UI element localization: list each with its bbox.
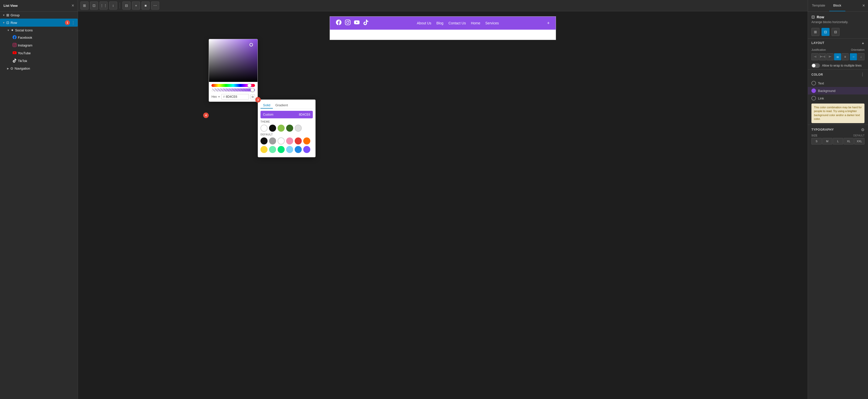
template-tab[interactable]: Template: [808, 0, 829, 11]
color-section-header[interactable]: Color ⋮: [808, 70, 868, 79]
add-block-canvas-button[interactable]: +: [547, 21, 550, 26]
wrap-toggle[interactable]: [811, 63, 820, 68]
nav-blog[interactable]: Blog: [436, 21, 443, 25]
swatch-d-light-green[interactable]: [269, 146, 276, 153]
orient-vertical-button[interactable]: ↓: [858, 53, 865, 60]
just-space-button[interactable]: ⚌: [834, 53, 841, 60]
typography-more-button[interactable]: ⚙: [861, 127, 865, 132]
badge-4: 4: [203, 112, 209, 118]
color-more-button[interactable]: ⋮: [861, 72, 865, 77]
swatch-d-orange[interactable]: [303, 137, 310, 144]
add-block-button[interactable]: +: [132, 1, 140, 9]
just-center-button[interactable]: ⊢⊣: [819, 53, 826, 60]
opacity-slider[interactable]: [212, 89, 255, 92]
default-swatches-row2: [260, 146, 313, 153]
toggle-thumb: [812, 64, 815, 67]
just-right-button[interactable]: ⊢: [827, 53, 834, 60]
duplicate-block-button[interactable]: ⊞: [811, 28, 819, 36]
swatch-d-pink[interactable]: [286, 137, 293, 144]
nav-about[interactable]: About Us: [417, 21, 432, 25]
block-name: Row: [817, 15, 824, 19]
row-more-button[interactable]: ⋮: [71, 20, 75, 25]
move-button[interactable]: ↕: [109, 1, 117, 9]
size-l-button[interactable]: L: [833, 138, 843, 144]
color-item-text[interactable]: Text: [808, 79, 868, 87]
hex-format-selector[interactable]: ▾: [218, 95, 220, 99]
swatch-d-yellow[interactable]: [260, 146, 268, 153]
hue-slider-container: [209, 82, 257, 88]
align-left-button[interactable]: ⊟: [122, 1, 130, 9]
drag-handle[interactable]: ⋮⋮: [100, 1, 107, 9]
color-item-background[interactable]: Background: [808, 87, 868, 95]
link-color-label: Link: [818, 97, 824, 100]
hex-input[interactable]: [226, 95, 247, 99]
more-button[interactable]: ⋯: [151, 1, 159, 9]
size-xxl-button[interactable]: XXL: [854, 138, 865, 144]
tree-item-instagram[interactable]: Instagram: [0, 41, 78, 49]
block-tab[interactable]: Block: [829, 0, 845, 11]
swatch-d-black[interactable]: [260, 137, 268, 144]
nav-home[interactable]: Home: [471, 21, 480, 25]
justification-buttons: ⊣ ⊢⊣ ⊢ ⚌ ≡: [811, 53, 849, 60]
just-stretch-button[interactable]: ≡: [842, 53, 849, 60]
color-item-link[interactable]: Link: [808, 95, 868, 102]
swatch-d-white[interactable]: [278, 137, 285, 144]
swatch-d-red[interactable]: [295, 137, 302, 144]
color-gradient-box[interactable]: [209, 39, 257, 82]
swatch-d-green2[interactable]: [278, 146, 285, 153]
youtube-social-icon[interactable]: [354, 20, 360, 27]
swatch-d-blue[interactable]: [295, 146, 302, 153]
wide-view-button[interactable]: ⊟: [832, 28, 840, 36]
content-area: [330, 30, 556, 40]
text-color-dot: [811, 81, 816, 86]
swatch-black[interactable]: [269, 125, 276, 132]
opacity-thumb[interactable]: [250, 88, 254, 92]
nav-services[interactable]: Services: [485, 21, 499, 25]
row-icon: ⊡: [6, 21, 9, 25]
tree-item-facebook[interactable]: Facebook: [0, 34, 78, 41]
size-m-button[interactable]: M: [822, 138, 833, 144]
copy-color-button[interactable]: ⧉: [250, 95, 255, 99]
text-color-label: Text: [818, 81, 824, 85]
tree-item-group[interactable]: ▼ ⊞ Group: [0, 11, 78, 19]
just-left-button[interactable]: ⊣: [811, 53, 818, 60]
color-label: Color: [811, 73, 823, 76]
nav-contact[interactable]: Contact Us: [448, 21, 466, 25]
size-s-button[interactable]: S: [811, 138, 822, 144]
layout-section-header[interactable]: Layout ▲: [808, 39, 868, 47]
swatch-d-purple[interactable]: [303, 146, 310, 153]
opacity-slider-container: [209, 88, 257, 93]
tree-item-navigation[interactable]: ▶ ⊙ Navigation: [0, 65, 78, 72]
close-right-panel-button[interactable]: ×: [859, 1, 868, 10]
swatch-d-gray[interactable]: [269, 137, 276, 144]
row-icon-button[interactable]: ⊡: [90, 1, 98, 9]
hue-slider[interactable]: [212, 84, 255, 87]
hue-thumb[interactable]: [247, 84, 251, 88]
tiktok-social-icon[interactable]: [363, 20, 369, 27]
tree-item-youtube[interactable]: YouTube: [0, 49, 78, 57]
swatch-light-gray[interactable]: [295, 125, 302, 132]
gradient-tab[interactable]: Gradient: [273, 102, 290, 108]
solid-tab[interactable]: Solid: [260, 102, 273, 108]
swatch-green[interactable]: [278, 125, 285, 132]
tree-item-row[interactable]: ▼ ⊡ Row 1 ⋮: [0, 19, 78, 27]
row-view-button[interactable]: ⊡: [822, 28, 830, 36]
tree-item-tiktok[interactable]: TikTok: [0, 57, 78, 65]
panel-header: List View ×: [0, 0, 78, 11]
facebook-social-icon[interactable]: [336, 20, 341, 27]
custom-color-row[interactable]: Custom 8D4CE6: [260, 111, 313, 118]
swatch-d-light-blue[interactable]: [286, 146, 293, 153]
options-button[interactable]: ■: [142, 1, 150, 9]
close-panel-button[interactable]: ×: [71, 3, 74, 8]
theme-section: THEME: [260, 120, 313, 132]
color-picker-circle[interactable]: [249, 43, 253, 46]
duplicate-button[interactable]: ⊞: [81, 1, 89, 9]
swatch-dark-green[interactable]: [286, 125, 293, 132]
orient-horizontal-button[interactable]: →: [850, 53, 857, 60]
size-xl-button[interactable]: XL: [844, 138, 854, 144]
tree-item-social-icons[interactable]: ▼ ✦ Social Icons: [0, 27, 78, 34]
tree-view: ▼ ⊞ Group ▼ ⊡ Row 1 ⋮ ▼ ✦ Social Icons F…: [0, 11, 78, 72]
instagram-social-icon[interactable]: [345, 20, 350, 27]
swatch-white[interactable]: [260, 125, 268, 132]
layout-controls: Justification Orientation ⊣ ⊢⊣ ⊢ ⚌ ≡ → ↓: [808, 47, 868, 62]
